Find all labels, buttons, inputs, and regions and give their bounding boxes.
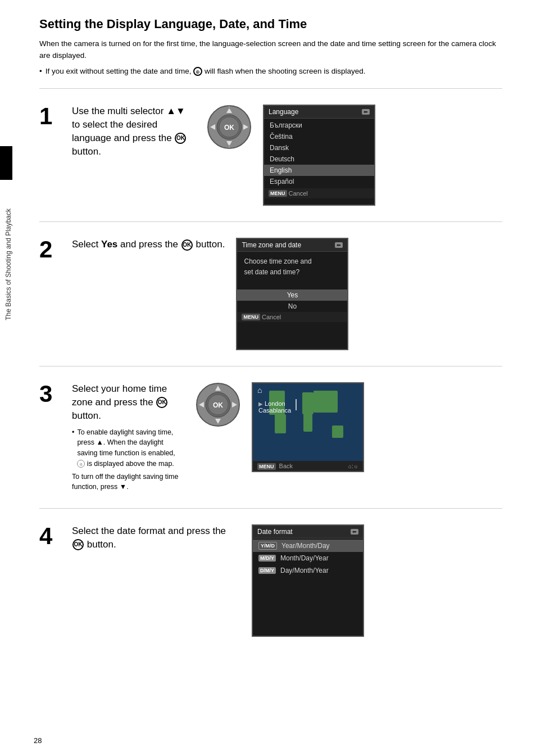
step-2-row: 2 Select Yes and press the OK button. Ti…	[39, 229, 502, 359]
step-2-text: Select Yes and press the OK button.	[72, 238, 225, 256]
map-screen: ⌂	[252, 382, 364, 472]
step-4-text: Select the date format and press the OK …	[72, 524, 240, 556]
ok-dial-step3: OK	[196, 382, 240, 429]
city-london: ▶ London	[258, 400, 291, 407]
menu-badge-map: MENU	[257, 463, 276, 470]
date-item-dmy[interactable]: D/M/Y Day/Month/Year	[253, 564, 363, 577]
step-3-row: 3 Select your home time zone and press t…	[39, 373, 502, 501]
intro-paragraph-1: When the camera is turned on for the fir…	[39, 38, 502, 61]
svg-text:OK: OK	[213, 401, 223, 409]
map-asia	[314, 391, 338, 413]
step-1-row: 1 Use the multi selector ▲▼ to select th…	[39, 96, 502, 215]
menu-badge-lang: MENU	[269, 190, 287, 197]
map-footer-left: MENU Back	[257, 463, 293, 469]
back-icon-tz: ⬅	[335, 242, 343, 248]
sidebar-label: The Basics of Shooting and Playback	[0, 169, 17, 360]
city-casablanca: Casablanca	[258, 407, 291, 414]
divider-3	[39, 366, 502, 366]
map-australia	[332, 425, 343, 438]
map-footer-right: ⌂:☼	[348, 463, 358, 469]
step-3-instruction: Select your home time zone and press the…	[72, 382, 184, 422]
timezone-screen: Time zone and date ⬅ Choose time zone an…	[236, 238, 348, 350]
tz-content: Choose time zone and set date and time?	[237, 252, 347, 282]
map-africa	[303, 413, 312, 432]
step-1-content: Use the multi selector ▲▼ to select the …	[72, 105, 502, 206]
map-footer: MENU Back ⌂:☼	[253, 461, 363, 471]
step-3-turn-off: To turn off the daylight saving time fun…	[72, 472, 184, 493]
step-1-body: Use the multi selector ▲▼ to select the …	[72, 105, 502, 206]
tz-option-yes[interactable]: Yes	[237, 289, 347, 301]
back-icon-date: ⬅	[351, 529, 358, 535]
menu-badge-tz: MENU	[242, 314, 260, 320]
tz-options: Yes No	[237, 289, 347, 312]
language-screen-footer: MENU Cancel	[264, 188, 374, 198]
dmy-label: Day/Month/Year	[280, 567, 329, 574]
dmy-badge: D/M/Y	[258, 567, 276, 574]
ok-dial-svg-1: OK	[207, 105, 252, 150]
back-label-map: Back	[279, 463, 293, 469]
mdy-badge: M/D/Y	[258, 555, 276, 562]
map-europe	[302, 392, 314, 414]
tz-screen-title-bar: Time zone and date ⬅	[237, 239, 347, 252]
back-icon: ⬅	[362, 109, 370, 115]
divider-1	[39, 88, 502, 89]
dst-icon: ☼	[77, 460, 85, 468]
cancel-label-tz: Cancel	[262, 314, 281, 320]
page-title: Setting the Display Language, Date, and …	[39, 17, 502, 31]
language-screen-title-bar: Language ⬅	[264, 106, 374, 119]
date-screen-title: Date format	[257, 528, 293, 536]
step-1-number: 1	[39, 105, 62, 128]
ok-icon-step1: OK	[175, 133, 186, 144]
language-screen-title: Language	[269, 108, 298, 116]
date-item-mdy[interactable]: M/D/Y Month/Day/Year	[253, 552, 363, 564]
step-2-body: Select Yes and press the OK button. Time…	[72, 238, 502, 350]
step-4-body: Select the date format and press the OK …	[72, 524, 502, 637]
step-4-number: 4	[39, 524, 62, 548]
ok-icon-step3: OK	[156, 397, 167, 408]
tz-screen-title: Time zone and date	[242, 241, 301, 249]
language-screen: Language ⬅ Български Čeština Dansk Deuts…	[263, 105, 375, 206]
tz-line2: set date and time?	[244, 268, 299, 276]
map-s-america	[275, 414, 286, 433]
step-1-text: Use the multi selector ▲▼ to select the …	[72, 105, 196, 162]
step-3-content: Select your home time zone and press the…	[72, 382, 502, 492]
date-screen-title-bar: Date format ⬅	[253, 526, 363, 538]
divider-2	[39, 221, 502, 222]
step-1-instruction: Use the multi selector ▲▼ to select the …	[72, 105, 196, 158]
date-format-screen: Date format ⬅ Y/M/D Year/Month/Day M/D/Y…	[252, 524, 364, 637]
lang-item-spanish[interactable]: Español	[264, 176, 374, 187]
cancel-label-lang: Cancel	[289, 190, 308, 197]
step-2-number: 2	[39, 238, 62, 261]
step-4-content: Select the date format and press the OK …	[72, 524, 502, 637]
lang-item-german[interactable]: Deutsch	[264, 153, 374, 165]
divider-4	[39, 508, 502, 509]
lang-item-bulgarian[interactable]: Български	[264, 120, 374, 131]
step-3-body: Select your home time zone and press the…	[72, 382, 502, 492]
tz-screen-footer: MENU Cancel	[237, 312, 347, 322]
step-2-content: Select Yes and press the OK button. Time…	[72, 238, 502, 350]
ok-dial-svg-3: OK	[196, 382, 240, 427]
ymd-badge: Y/M/D	[258, 542, 277, 550]
map-cursor	[296, 399, 297, 410]
home-icon: ⌂	[257, 386, 262, 395]
ok-icon-step4: OK	[72, 539, 84, 550]
step-3-text: Select your home time zone and press the…	[72, 382, 184, 492]
step-4-instruction: Select the date format and press the OK …	[72, 524, 240, 551]
date-item-ymd[interactable]: Y/M/D Year/Month/Day	[253, 540, 363, 552]
ok-dial-step1: OK	[207, 105, 252, 151]
tz-line1: Choose time zone and	[244, 257, 311, 265]
step-4-row: 4 Select the date format and press the O…	[39, 515, 502, 646]
lang-item-czech[interactable]: Čeština	[264, 131, 374, 142]
date-format-list: Y/M/D Year/Month/Day M/D/Y Month/Day/Yea…	[253, 538, 363, 578]
ok-icon-step2: OK	[181, 239, 193, 251]
step-3-bullet: • To enable daylight saving time, press …	[72, 427, 184, 469]
map-background: ⌂	[253, 383, 363, 471]
svg-text:OK: OK	[224, 124, 234, 132]
tz-option-no[interactable]: No	[237, 301, 347, 312]
ymd-label: Year/Month/Day	[281, 542, 330, 550]
step-2-instruction: Select Yes and press the OK button.	[72, 238, 225, 251]
mdy-label: Month/Day/Year	[280, 554, 329, 562]
map-city-labels: ▶ London Casablanca	[258, 400, 291, 414]
lang-item-english[interactable]: English	[264, 165, 374, 176]
lang-item-danish[interactable]: Dansk	[264, 142, 374, 153]
